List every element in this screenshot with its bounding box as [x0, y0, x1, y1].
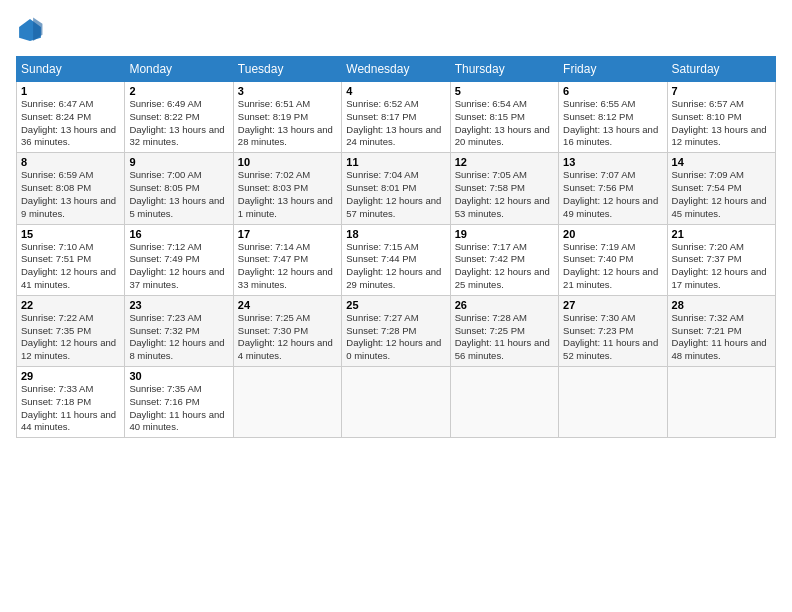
calendar-cell: 3 Sunrise: 6:51 AMSunset: 8:19 PMDayligh…: [233, 82, 341, 153]
day-number: 10: [238, 156, 337, 168]
day-info: Sunrise: 7:22 AMSunset: 7:35 PMDaylight:…: [21, 312, 120, 363]
calendar-cell: 2 Sunrise: 6:49 AMSunset: 8:22 PMDayligh…: [125, 82, 233, 153]
calendar-cell: 30 Sunrise: 7:35 AMSunset: 7:16 PMDaylig…: [125, 367, 233, 438]
calendar-cell: 1 Sunrise: 6:47 AMSunset: 8:24 PMDayligh…: [17, 82, 125, 153]
day-info: Sunrise: 7:25 AMSunset: 7:30 PMDaylight:…: [238, 312, 337, 363]
day-number: 24: [238, 299, 337, 311]
calendar-cell: 9 Sunrise: 7:00 AMSunset: 8:05 PMDayligh…: [125, 153, 233, 224]
day-number: 21: [672, 228, 771, 240]
calendar-cell: 21 Sunrise: 7:20 AMSunset: 7:37 PMDaylig…: [667, 224, 775, 295]
day-info: Sunrise: 7:15 AMSunset: 7:44 PMDaylight:…: [346, 241, 445, 292]
calendar-cell: 8 Sunrise: 6:59 AMSunset: 8:08 PMDayligh…: [17, 153, 125, 224]
day-info: Sunrise: 7:19 AMSunset: 7:40 PMDaylight:…: [563, 241, 662, 292]
day-number: 29: [21, 370, 120, 382]
day-info: Sunrise: 7:33 AMSunset: 7:18 PMDaylight:…: [21, 383, 120, 434]
day-info: Sunrise: 6:59 AMSunset: 8:08 PMDaylight:…: [21, 169, 120, 220]
day-number: 8: [21, 156, 120, 168]
calendar-cell: 5 Sunrise: 6:54 AMSunset: 8:15 PMDayligh…: [450, 82, 558, 153]
calendar-cell: 4 Sunrise: 6:52 AMSunset: 8:17 PMDayligh…: [342, 82, 450, 153]
day-number: 17: [238, 228, 337, 240]
calendar-cell: 29 Sunrise: 7:33 AMSunset: 7:18 PMDaylig…: [17, 367, 125, 438]
day-info: Sunrise: 7:23 AMSunset: 7:32 PMDaylight:…: [129, 312, 228, 363]
calendar-cell: 7 Sunrise: 6:57 AMSunset: 8:10 PMDayligh…: [667, 82, 775, 153]
day-info: Sunrise: 7:14 AMSunset: 7:47 PMDaylight:…: [238, 241, 337, 292]
day-number: 27: [563, 299, 662, 311]
day-info: Sunrise: 6:54 AMSunset: 8:15 PMDaylight:…: [455, 98, 554, 149]
calendar-cell: 14 Sunrise: 7:09 AMSunset: 7:54 PMDaylig…: [667, 153, 775, 224]
day-number: 5: [455, 85, 554, 97]
calendar-cell: 6 Sunrise: 6:55 AMSunset: 8:12 PMDayligh…: [559, 82, 667, 153]
day-number: 16: [129, 228, 228, 240]
day-info: Sunrise: 7:02 AMSunset: 8:03 PMDaylight:…: [238, 169, 337, 220]
calendar-day-header: Thursday: [450, 57, 558, 82]
svg-marker-1: [33, 18, 42, 41]
day-info: Sunrise: 7:35 AMSunset: 7:16 PMDaylight:…: [129, 383, 228, 434]
calendar-cell: [559, 367, 667, 438]
day-number: 18: [346, 228, 445, 240]
day-info: Sunrise: 6:57 AMSunset: 8:10 PMDaylight:…: [672, 98, 771, 149]
day-info: Sunrise: 7:04 AMSunset: 8:01 PMDaylight:…: [346, 169, 445, 220]
day-number: 14: [672, 156, 771, 168]
calendar-week-row: 8 Sunrise: 6:59 AMSunset: 8:08 PMDayligh…: [17, 153, 776, 224]
day-info: Sunrise: 7:09 AMSunset: 7:54 PMDaylight:…: [672, 169, 771, 220]
calendar-week-row: 22 Sunrise: 7:22 AMSunset: 7:35 PMDaylig…: [17, 295, 776, 366]
page-header: [16, 16, 776, 44]
day-number: 9: [129, 156, 228, 168]
calendar-cell: 24 Sunrise: 7:25 AMSunset: 7:30 PMDaylig…: [233, 295, 341, 366]
day-number: 4: [346, 85, 445, 97]
calendar-day-header: Friday: [559, 57, 667, 82]
calendar-day-header: Saturday: [667, 57, 775, 82]
calendar-day-header: Sunday: [17, 57, 125, 82]
day-info: Sunrise: 7:20 AMSunset: 7:37 PMDaylight:…: [672, 241, 771, 292]
calendar-cell: 15 Sunrise: 7:10 AMSunset: 7:51 PMDaylig…: [17, 224, 125, 295]
day-info: Sunrise: 7:28 AMSunset: 7:25 PMDaylight:…: [455, 312, 554, 363]
calendar-cell: 28 Sunrise: 7:32 AMSunset: 7:21 PMDaylig…: [667, 295, 775, 366]
day-info: Sunrise: 7:12 AMSunset: 7:49 PMDaylight:…: [129, 241, 228, 292]
calendar-cell: 11 Sunrise: 7:04 AMSunset: 8:01 PMDaylig…: [342, 153, 450, 224]
day-info: Sunrise: 7:32 AMSunset: 7:21 PMDaylight:…: [672, 312, 771, 363]
day-info: Sunrise: 7:27 AMSunset: 7:28 PMDaylight:…: [346, 312, 445, 363]
day-info: Sunrise: 7:10 AMSunset: 7:51 PMDaylight:…: [21, 241, 120, 292]
day-number: 22: [21, 299, 120, 311]
day-number: 6: [563, 85, 662, 97]
calendar-cell: 12 Sunrise: 7:05 AMSunset: 7:58 PMDaylig…: [450, 153, 558, 224]
day-info: Sunrise: 6:51 AMSunset: 8:19 PMDaylight:…: [238, 98, 337, 149]
day-info: Sunrise: 7:17 AMSunset: 7:42 PMDaylight:…: [455, 241, 554, 292]
calendar-cell: 23 Sunrise: 7:23 AMSunset: 7:32 PMDaylig…: [125, 295, 233, 366]
calendar-table: SundayMondayTuesdayWednesdayThursdayFrid…: [16, 56, 776, 438]
calendar-cell: 17 Sunrise: 7:14 AMSunset: 7:47 PMDaylig…: [233, 224, 341, 295]
calendar-header-row: SundayMondayTuesdayWednesdayThursdayFrid…: [17, 57, 776, 82]
logo-icon: [16, 16, 44, 44]
calendar-cell: 18 Sunrise: 7:15 AMSunset: 7:44 PMDaylig…: [342, 224, 450, 295]
day-info: Sunrise: 6:52 AMSunset: 8:17 PMDaylight:…: [346, 98, 445, 149]
calendar-week-row: 15 Sunrise: 7:10 AMSunset: 7:51 PMDaylig…: [17, 224, 776, 295]
calendar-cell: 10 Sunrise: 7:02 AMSunset: 8:03 PMDaylig…: [233, 153, 341, 224]
calendar-day-header: Tuesday: [233, 57, 341, 82]
calendar-cell: [342, 367, 450, 438]
day-number: 25: [346, 299, 445, 311]
calendar-cell: 16 Sunrise: 7:12 AMSunset: 7:49 PMDaylig…: [125, 224, 233, 295]
day-number: 30: [129, 370, 228, 382]
calendar-day-header: Monday: [125, 57, 233, 82]
calendar-cell: [667, 367, 775, 438]
calendar-cell: 22 Sunrise: 7:22 AMSunset: 7:35 PMDaylig…: [17, 295, 125, 366]
day-number: 12: [455, 156, 554, 168]
calendar-cell: [233, 367, 341, 438]
day-number: 28: [672, 299, 771, 311]
calendar-day-header: Wednesday: [342, 57, 450, 82]
day-info: Sunrise: 6:49 AMSunset: 8:22 PMDaylight:…: [129, 98, 228, 149]
day-info: Sunrise: 6:47 AMSunset: 8:24 PMDaylight:…: [21, 98, 120, 149]
day-number: 1: [21, 85, 120, 97]
logo: [16, 16, 48, 44]
day-number: 15: [21, 228, 120, 240]
day-number: 11: [346, 156, 445, 168]
day-info: Sunrise: 7:00 AMSunset: 8:05 PMDaylight:…: [129, 169, 228, 220]
day-number: 20: [563, 228, 662, 240]
calendar-cell: 25 Sunrise: 7:27 AMSunset: 7:28 PMDaylig…: [342, 295, 450, 366]
calendar-cell: 13 Sunrise: 7:07 AMSunset: 7:56 PMDaylig…: [559, 153, 667, 224]
day-number: 2: [129, 85, 228, 97]
day-number: 26: [455, 299, 554, 311]
day-number: 3: [238, 85, 337, 97]
day-info: Sunrise: 7:05 AMSunset: 7:58 PMDaylight:…: [455, 169, 554, 220]
day-number: 7: [672, 85, 771, 97]
